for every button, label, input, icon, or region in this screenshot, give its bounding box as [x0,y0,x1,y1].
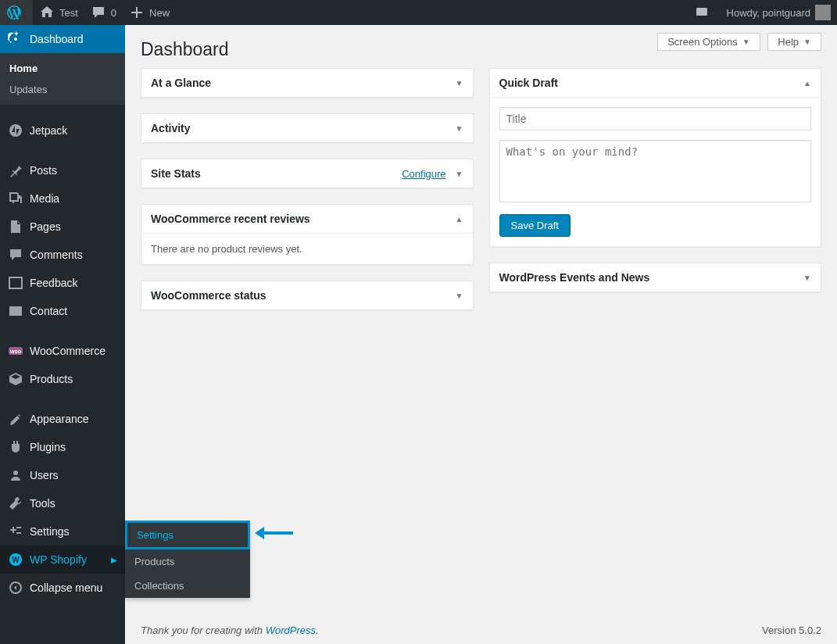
products-icon [8,371,23,387]
menu-plugins[interactable]: Plugins [0,433,125,461]
menu-label: Contact [30,305,67,317]
notifications[interactable] [688,0,721,25]
collapse-icon [8,580,23,596]
widget-activity: Activity ▼ [141,113,474,143]
widget-header[interactable]: WooCommerce recent reviews ▲ [141,205,473,234]
chevron-up-icon[interactable]: ▲ [456,215,463,224]
chevron-up-icon[interactable]: ▲ [803,79,811,88]
wordpress-icon [6,5,22,20]
widget-header[interactable]: WooCommerce status ▼ [141,281,473,309]
tools-icon [8,496,23,511]
plugins-icon [8,439,23,455]
menu-label: Products [30,373,73,385]
chevron-down-icon[interactable]: ▼ [456,124,463,133]
widget-header[interactable]: Quick Draft ▲ [490,69,821,98]
widget-title: At a Glance [151,77,211,89]
wordpress-link[interactable]: WordPress [266,624,316,636]
chevron-down-icon[interactable]: ▼ [803,274,811,282]
widget-quick-draft: Quick Draft ▲ Save Draft [489,68,822,247]
menu-label: Collapse menu [30,581,102,594]
widget-woo-status: WooCommerce status ▼ [141,281,474,310]
menu-appearance[interactable]: Appearance [0,405,125,433]
chevron-down-icon[interactable]: ▼ [456,170,463,178]
menu-settings[interactable]: Settings [0,517,125,546]
username: pointguard [763,7,810,19]
menu-pages[interactable]: Pages [0,213,125,241]
widget-at-a-glance: At a Glance ▼ [141,68,474,98]
bell-icon [694,5,710,20]
feedback-icon [8,275,23,291]
widget-title: WordPress Events and News [499,271,650,284]
chevron-down-icon[interactable]: ▼ [456,79,463,88]
wp-logo[interactable] [0,0,33,25]
new-content[interactable]: New [123,0,176,25]
svg-rect-0 [696,8,707,16]
save-draft-button[interactable]: Save Draft [499,214,571,237]
howdy-prefix: Howdy, [727,7,760,19]
widget-site-stats: Site Stats Configure ▼ [141,159,474,188]
menu-feedback[interactable]: Feedback [0,269,125,297]
widget-header[interactable]: WordPress Events and News ▼ [490,263,821,292]
avatar-icon [815,5,831,20]
new-label: New [149,7,170,19]
comment-icon [8,247,23,263]
menu-users[interactable]: Users [0,461,125,489]
menu-label: Users [30,469,59,481]
menu-tools[interactable]: Tools [0,489,125,517]
widget-header[interactable]: At a Glance ▼ [141,69,473,97]
page-icon [8,219,23,234]
pin-icon [8,163,23,178]
widget-body: There are no product reviews yet. [141,234,473,264]
menu-label: Comments [30,249,83,261]
menu-label: Plugins [30,441,66,453]
widget-title: Quick Draft [499,77,558,89]
footer-thanks: Thank you for creating with WordPress. [141,624,319,636]
menu-dashboard[interactable]: Dashboard [0,25,125,53]
menu-woocommerce[interactable]: woo WooCommerce [0,337,125,365]
widget-events-news: WordPress Events and News ▼ [489,263,822,292]
submenu-updates[interactable]: Updates [0,79,125,100]
menu-label: Jetpack [30,124,67,137]
widget-title: Site Stats [151,167,201,180]
screen-options-label: Screen Options [667,36,738,48]
dashboard-icon [8,31,23,47]
menu-posts[interactable]: Posts [0,156,125,184]
menu-contact[interactable]: Contact [0,297,125,325]
shopify-icon: W [8,552,23,567]
menu-media[interactable]: Media [0,184,125,213]
chevron-down-icon: ▼ [742,38,750,46]
quick-draft-content-textarea[interactable] [499,140,812,202]
widget-woo-reviews: WooCommerce recent reviews ▲ There are n… [141,204,474,265]
my-account[interactable]: Howdy, pointguard [721,0,837,25]
screen-options-button[interactable]: Screen Options ▼ [657,33,760,51]
footer-version: Version 5.0.2 [762,624,821,636]
settings-icon [8,524,23,539]
quick-draft-title-input[interactable] [499,107,812,131]
widget-title: WooCommerce recent reviews [151,213,310,225]
widget-header[interactable]: Activity ▼ [141,114,473,142]
widget-header[interactable]: Site Stats Configure ▼ [141,159,473,188]
help-button[interactable]: Help ▼ [767,33,821,51]
svg-point-6 [13,470,18,475]
home-icon [39,5,55,20]
appearance-icon [8,411,23,427]
configure-link[interactable]: Configure [402,168,445,180]
comments-link[interactable]: 0 [84,0,123,25]
users-icon [8,467,23,483]
menu-comments[interactable]: Comments [0,241,125,269]
svg-text:woo: woo [9,349,21,354]
menu-products[interactable]: Products [0,365,125,393]
mail-icon [8,303,23,319]
chevron-down-icon[interactable]: ▼ [456,292,463,300]
menu-wp-shopify[interactable]: W WP Shopify ▶ [0,546,125,574]
menu-label: Dashboard [30,33,84,45]
menu-label: Pages [30,220,61,233]
site-name[interactable]: Test [33,0,84,25]
menu-jetpack[interactable]: Jetpack [0,116,125,145]
chevron-down-icon: ▼ [803,38,811,46]
submenu-home[interactable]: Home [0,58,125,79]
comment-count: 0 [111,7,116,19]
chevron-right-icon: ▶ [111,556,117,564]
widget-title: Activity [151,122,191,134]
collapse-menu[interactable]: Collapse menu [0,574,125,602]
